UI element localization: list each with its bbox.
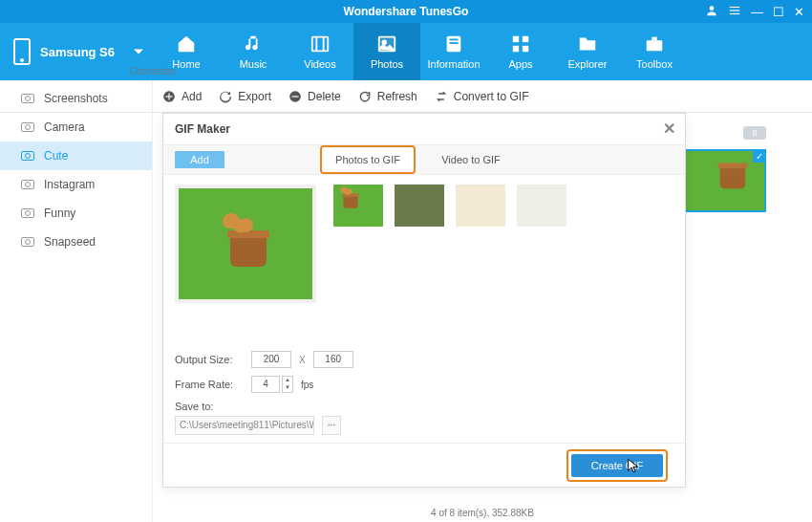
refresh-label: Refresh — [377, 90, 417, 103]
toolbox-icon — [644, 33, 665, 54]
device-info: Samsung S6 Connected — [40, 45, 115, 59]
svg-rect-1 — [730, 6, 740, 7]
maximize-button[interactable]: ☐ — [773, 5, 784, 19]
output-size-row: Output Size: 200 X 160 — [175, 351, 353, 368]
album-sidebar: Screenshots Camera Cute Instagram Funny … — [0, 80, 153, 522]
window-controls: — ☐ ✕ — [705, 0, 804, 23]
spinner-arrows[interactable]: ▲▼ — [282, 376, 293, 393]
device-name: Samsung S6 — [40, 45, 115, 59]
apps-icon — [510, 33, 531, 54]
status-text: 4 of 8 item(s), 352.88KB — [431, 508, 534, 518]
nav-explorer[interactable]: Explorer — [554, 23, 621, 80]
modal-body: Output Size: 200 X 160 Frame Rate: 4 ▲▼ … — [163, 175, 685, 443]
nav-apps[interactable]: Apps — [487, 23, 554, 80]
frame-rate-value[interactable]: 4 — [251, 376, 280, 393]
by-separator: X — [299, 355, 306, 365]
nav-items: Home Music Videos Photos Information App… — [153, 23, 812, 80]
modal-footer: Create GIF — [163, 443, 685, 487]
create-gif-button[interactable]: Create GIF — [571, 454, 663, 477]
home-icon — [176, 33, 197, 54]
check-icon: ✓ — [753, 149, 766, 163]
export-button[interactable]: Export — [219, 90, 271, 103]
output-size-label: Output Size: — [175, 354, 244, 365]
convert-button[interactable]: Convert to GIF — [435, 90, 529, 103]
folder-icon — [577, 33, 598, 54]
tab-video-to-gif[interactable]: Video to GIF — [433, 145, 509, 174]
delete-button[interactable]: Delete — [288, 90, 341, 103]
preview-pane — [175, 185, 316, 303]
svg-rect-3 — [730, 12, 740, 13]
sidebar-label: Funny — [44, 207, 75, 220]
phone-icon — [13, 38, 31, 65]
save-to-label: Save to: — [175, 401, 244, 412]
svg-rect-11 — [449, 42, 458, 44]
sidebar-item-screenshots[interactable]: Screenshots — [0, 84, 152, 113]
save-to-row: Save to: — [175, 401, 353, 412]
width-input[interactable]: 200 — [251, 351, 291, 368]
sidebar-item-funny[interactable]: Funny — [0, 199, 152, 228]
frame-rate-row: Frame Rate: 4 ▲▼ fps — [175, 376, 353, 393]
svg-rect-22 — [292, 96, 299, 97]
source-thumb-4[interactable] — [517, 185, 566, 227]
svg-rect-14 — [513, 46, 519, 52]
svg-rect-2 — [730, 10, 740, 11]
app-title: Wondershare TunesGo — [344, 5, 469, 18]
save-path-input[interactable]: C:\Users\meeting811\Pictures\W — [175, 416, 314, 435]
sidebar-item-cute[interactable]: Cute — [0, 141, 152, 170]
minimize-button[interactable]: — — [751, 5, 763, 19]
camera-icon — [21, 208, 34, 218]
svg-rect-4 — [312, 37, 329, 52]
svg-rect-10 — [449, 39, 458, 41]
nav-information[interactable]: Information — [420, 23, 487, 80]
export-label: Export — [238, 90, 271, 103]
device-selector[interactable]: Samsung S6 Connected — [0, 23, 153, 80]
tab-photos-to-gif[interactable]: Photos to GIF — [320, 145, 416, 174]
camera-icon — [21, 180, 34, 189]
frame-rate-spinner[interactable]: 4 ▲▼ — [251, 376, 293, 393]
music-icon — [243, 33, 264, 54]
modal-add-button[interactable]: Add — [175, 151, 224, 168]
svg-point-0 — [710, 6, 715, 11]
sidebar-label: Instagram — [44, 178, 95, 191]
close-icon[interactable]: ✕ — [663, 120, 675, 138]
close-window-button[interactable]: ✕ — [794, 5, 804, 19]
refresh-button[interactable]: Refresh — [358, 90, 417, 103]
modal-header: GIF Maker ✕ — [163, 114, 685, 144]
sidebar-label: Camera — [44, 120, 85, 134]
nav-label: Home — [172, 58, 200, 70]
save-path-row: C:\Users\meeting811\Pictures\W ··· — [175, 416, 353, 435]
videos-icon — [310, 33, 331, 54]
frame-rate-label: Frame Rate: — [175, 379, 244, 390]
nav-toolbox[interactable]: Toolbox — [621, 23, 688, 80]
source-thumb-3[interactable] — [456, 185, 505, 227]
browse-button[interactable]: ··· — [322, 416, 341, 435]
thumbnail-image — [709, 163, 741, 201]
nav-videos[interactable]: Videos — [287, 23, 353, 80]
svg-rect-16 — [647, 40, 663, 51]
nav-photos[interactable]: Photos — [353, 23, 420, 80]
sidebar-label: Snapseed — [44, 235, 96, 249]
svg-point-8 — [382, 40, 386, 44]
sidebar-item-snapseed[interactable]: Snapseed — [0, 228, 152, 256]
top-nav: Samsung S6 Connected Home Music Videos P… — [0, 23, 812, 80]
album-thumbnail[interactable]: ✓ — [680, 149, 766, 212]
svg-rect-20 — [166, 96, 173, 97]
svg-rect-17 — [652, 37, 657, 41]
add-button[interactable]: Add — [162, 90, 202, 103]
modal-title: GIF Maker — [175, 122, 230, 136]
height-input[interactable]: 160 — [313, 351, 353, 368]
create-gif-highlight: Create GIF — [566, 449, 668, 482]
source-thumb-1[interactable] — [333, 185, 383, 227]
thumbnail-row — [333, 185, 566, 227]
sidebar-item-camera[interactable]: Camera — [0, 113, 152, 141]
menu-icon[interactable] — [728, 4, 741, 20]
sidebar-label: Screenshots — [44, 92, 108, 105]
sidebar-item-instagram[interactable]: Instagram — [0, 170, 152, 199]
camera-icon — [21, 237, 34, 247]
info-icon — [443, 33, 464, 54]
nav-music[interactable]: Music — [220, 23, 287, 80]
user-icon[interactable] — [705, 4, 718, 20]
gif-settings: Output Size: 200 X 160 Frame Rate: 4 ▲▼ … — [175, 351, 353, 443]
delete-label: Delete — [308, 90, 341, 103]
source-thumb-2[interactable] — [395, 185, 444, 227]
